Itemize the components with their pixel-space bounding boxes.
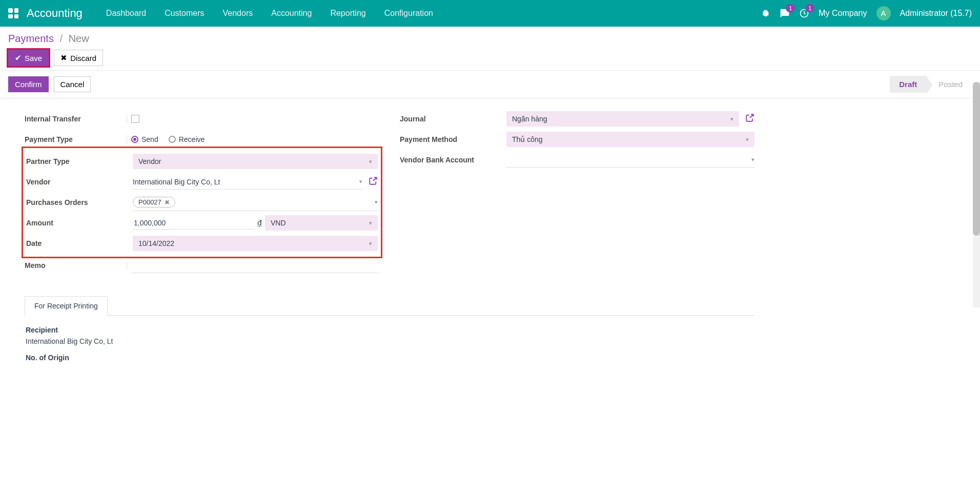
- confirm-button[interactable]: Confirm: [8, 76, 49, 92]
- right-column: Journal Ngân hàng ▾ Payment Method Thủ c…: [400, 109, 754, 276]
- status-bar: Confirm Cancel Draft Posted: [0, 71, 980, 98]
- close-icon: ✖: [60, 53, 67, 63]
- radio-send-label: Send: [141, 135, 158, 143]
- status-posted[interactable]: Posted: [926, 76, 972, 93]
- form-content: Internal Transfer Payment Type Send: [0, 98, 779, 396]
- label-payment-type: Payment Type: [25, 135, 127, 143]
- chevron-down-icon: ▾: [369, 240, 372, 247]
- partner-type-select[interactable]: Vendor ▾: [133, 154, 378, 169]
- action-buttons: ✔ Save ✖ Discard: [8, 50, 972, 66]
- partner-type-value: Vendor: [138, 157, 161, 165]
- apps-icon[interactable]: [8, 8, 18, 18]
- avatar[interactable]: A: [876, 6, 891, 20]
- external-link-icon[interactable]: [369, 176, 378, 188]
- chevron-down-icon: ▾: [375, 199, 378, 205]
- radio-receive[interactable]: Receive: [169, 135, 205, 143]
- company-selector[interactable]: My Company: [819, 9, 867, 18]
- chat-badge: 1: [786, 4, 795, 12]
- label-origin-no: No. of Origin: [26, 354, 753, 362]
- chevron-down-icon: ▾: [730, 116, 733, 122]
- highlighted-region: Partner Type Vendor ▾ Vendor Internation…: [22, 147, 382, 258]
- activity-badge: 1: [805, 4, 814, 12]
- breadcrumb-bar: Payments / New ✔ Save ✖ Discard: [0, 27, 980, 71]
- radio-receive-label: Receive: [179, 135, 205, 143]
- topbar-right: 1 1 My Company A Administrator (15.7): [761, 6, 972, 20]
- menu-vendors[interactable]: Vendors: [214, 2, 262, 25]
- label-payment-method: Payment Method: [400, 135, 502, 143]
- chevron-down-icon: ▾: [751, 156, 754, 163]
- radio-dot-receive: [169, 136, 176, 143]
- vendor-value: International Big City Co, Lt: [133, 178, 220, 186]
- amount-input[interactable]: 1,000,000: [133, 217, 254, 230]
- tag-remove-icon[interactable]: ✖: [165, 199, 170, 206]
- currency-select[interactable]: VND ▾: [265, 215, 378, 231]
- chevron-down-icon: ▾: [359, 178, 362, 185]
- radio-send[interactable]: Send: [131, 135, 158, 143]
- tabs: For Receipt Printing Recipient Internati…: [25, 296, 754, 375]
- tab-list: For Receipt Printing: [25, 296, 754, 316]
- label-partner-type: Partner Type: [26, 157, 129, 165]
- label-journal: Journal: [400, 115, 502, 123]
- label-vendor: Vendor: [26, 178, 129, 186]
- payment-method-select[interactable]: Thủ công ▾: [506, 132, 754, 147]
- activity-icon[interactable]: 1: [799, 8, 809, 18]
- po-tag-label: P00027: [138, 198, 161, 206]
- label-purchase-orders: Purchases Orders: [26, 198, 129, 206]
- chevron-down-icon: ▾: [746, 136, 749, 143]
- chevron-down-icon: ▾: [369, 220, 372, 226]
- menu-dashboard[interactable]: Dashboard: [97, 2, 155, 25]
- breadcrumb-root[interactable]: Payments: [8, 33, 54, 44]
- date-input[interactable]: 10/14/2022 ▾: [133, 236, 378, 251]
- journal-value: Ngân hàng: [512, 115, 547, 123]
- date-value: 10/14/2022: [138, 239, 174, 247]
- memo-input[interactable]: [131, 258, 379, 273]
- label-internal-transfer: Internal Transfer: [25, 115, 127, 123]
- label-vendor-bank-account: Vendor Bank Account: [400, 156, 502, 164]
- chat-icon[interactable]: 1: [780, 8, 790, 18]
- tab-receipt-printing[interactable]: For Receipt Printing: [25, 296, 108, 316]
- journal-select[interactable]: Ngân hàng ▾: [506, 111, 739, 127]
- app-title[interactable]: Accounting: [27, 7, 83, 20]
- chevron-down-icon: ▾: [369, 158, 372, 165]
- tab-content: Recipient International Big City Co, Lt …: [25, 316, 754, 375]
- main-menu: Dashboard Customers Vendors Accounting R…: [97, 2, 761, 25]
- user-menu[interactable]: Administrator (15.7): [900, 9, 972, 18]
- vendor-bank-select[interactable]: ▾: [506, 153, 754, 168]
- label-amount: Amount: [26, 219, 129, 227]
- top-navbar: Accounting Dashboard Customers Vendors A…: [0, 0, 980, 27]
- left-column: Internal Transfer Payment Type Send: [25, 109, 379, 276]
- radio-dot-send: [131, 136, 138, 143]
- external-link-icon[interactable]: [745, 113, 754, 125]
- po-tag[interactable]: P00027 ✖: [133, 197, 175, 208]
- check-icon: ✔: [15, 53, 22, 63]
- menu-configuration[interactable]: Configuration: [375, 2, 442, 25]
- breadcrumb: Payments / New: [8, 33, 972, 45]
- discard-button[interactable]: ✖ Discard: [54, 50, 103, 66]
- payment-method-value: Thủ công: [512, 135, 543, 143]
- scrollbar-thumb[interactable]: [973, 82, 980, 236]
- currency-symbol: ₫: [257, 219, 262, 227]
- menu-reporting[interactable]: Reporting: [321, 2, 375, 25]
- payment-type-group: Send Receive: [131, 135, 205, 143]
- recipient-value: International Big City Co, Lt: [26, 337, 753, 345]
- bug-icon[interactable]: [761, 9, 770, 18]
- discard-button-label: Discard: [70, 54, 96, 63]
- menu-accounting[interactable]: Accounting: [262, 2, 321, 25]
- breadcrumb-sep: /: [60, 33, 63, 44]
- label-date: Date: [26, 239, 129, 247]
- status-draft[interactable]: Draft: [890, 76, 926, 93]
- label-recipient: Recipient: [26, 326, 753, 334]
- save-button[interactable]: ✔ Save: [8, 50, 49, 66]
- purchase-orders-field[interactable]: P00027 ✖ ▾: [133, 194, 378, 211]
- cancel-button[interactable]: Cancel: [54, 76, 91, 92]
- vendor-select[interactable]: International Big City Co, Lt ▾: [133, 175, 362, 190]
- internal-transfer-checkbox[interactable]: [131, 115, 139, 123]
- breadcrumb-current: New: [69, 33, 89, 44]
- save-button-label: Save: [25, 54, 42, 63]
- menu-customers[interactable]: Customers: [155, 2, 213, 25]
- status-chips: Draft Posted: [890, 76, 972, 93]
- scrollbar[interactable]: [973, 82, 980, 307]
- currency-value: VND: [271, 219, 286, 227]
- label-memo: Memo: [25, 261, 127, 270]
